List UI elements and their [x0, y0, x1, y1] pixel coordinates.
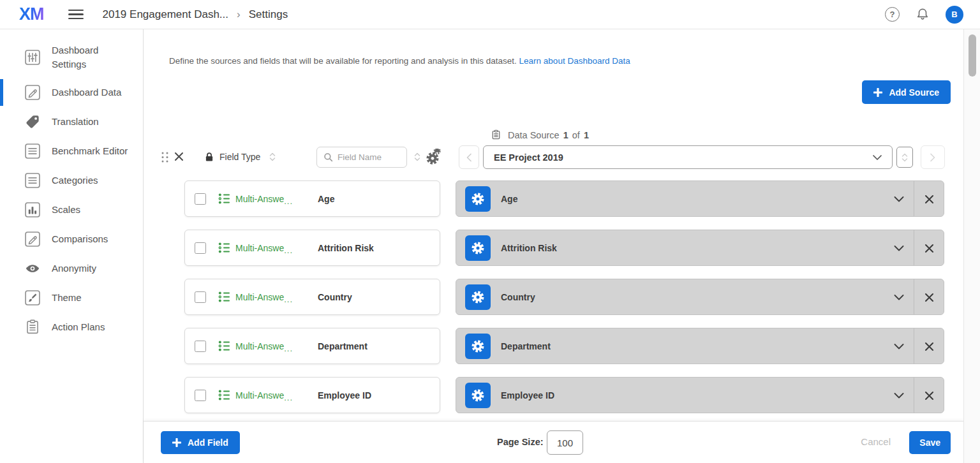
- page-size-input[interactable]: [547, 430, 583, 455]
- top-bar: XM 2019 Engagement Dash... › Settings ? …: [0, 0, 980, 29]
- sidebar-item-label: Theme: [52, 291, 135, 305]
- field-settings-button[interactable]: [465, 383, 491, 408]
- field-settings-button[interactable]: [465, 186, 491, 212]
- help-icon[interactable]: ?: [885, 7, 900, 22]
- field-checkbox[interactable]: [195, 341, 206, 352]
- chevron-down-icon[interactable]: [894, 393, 904, 399]
- sidebar-item-label: Comparisons: [52, 232, 135, 246]
- gear-icon: [470, 191, 486, 207]
- remove-field-icon[interactable]: [924, 391, 934, 401]
- field-name-sort-icon[interactable]: [414, 152, 420, 161]
- clear-selection-icon[interactable]: [174, 152, 184, 161]
- next-source-button[interactable]: [921, 145, 945, 169]
- data-source-counter: Data Source 1 of 1: [491, 129, 590, 140]
- sidebar-item-categories[interactable]: Categories: [0, 166, 143, 195]
- bell-icon[interactable]: [915, 7, 930, 22]
- multi-answer-icon: [218, 291, 231, 302]
- field-type-label: Multi-Answe: [235, 390, 284, 401]
- panel-description: Define the sources and fields that will …: [169, 56, 630, 66]
- avatar[interactable]: B: [946, 6, 963, 24]
- sidebar-item-action-plans[interactable]: Action Plans: [0, 312, 143, 342]
- document-lines-icon: [24, 172, 41, 189]
- field-settings-button[interactable]: [465, 284, 491, 310]
- field-settings-button[interactable]: [465, 334, 491, 359]
- field-name-search: [316, 147, 407, 168]
- field-checkbox[interactable]: [195, 390, 206, 401]
- remove-field-icon[interactable]: [924, 342, 934, 351]
- source-reorder-button[interactable]: [896, 147, 913, 168]
- cancel-button[interactable]: Cancel: [861, 436, 891, 447]
- add-field-button[interactable]: Add Field: [161, 431, 240, 454]
- scrollbar-track[interactable]: [963, 29, 980, 463]
- field-type-ellipsis: ...: [284, 246, 293, 255]
- sidebar-item-scales[interactable]: Scales: [0, 195, 143, 224]
- save-button[interactable]: Save: [909, 431, 951, 454]
- multi-answer-icon: [218, 341, 231, 351]
- field-type-ellipsis: ...: [284, 344, 293, 353]
- field-checkbox[interactable]: [195, 242, 206, 254]
- remove-field-icon[interactable]: [924, 195, 934, 204]
- remove-field-icon[interactable]: [924, 244, 934, 253]
- remove-field-icon[interactable]: [924, 293, 934, 302]
- sidebar-item-anonymity[interactable]: Anonymity: [0, 254, 143, 283]
- field-type-sort-icon[interactable]: [269, 152, 276, 161]
- source-row-country: Country: [456, 279, 944, 315]
- data-source-total: 1: [584, 130, 589, 140]
- tag-icon: [24, 114, 41, 130]
- page-size-label: Page Size:: [497, 437, 544, 447]
- field-name-label: Country: [318, 292, 352, 302]
- source-field-name: Department: [501, 341, 551, 351]
- scrollbar-thumb[interactable]: [969, 34, 976, 77]
- bar-chart-icon: [24, 202, 41, 218]
- chevron-right-icon: [930, 153, 936, 162]
- chevron-down-icon[interactable]: [894, 344, 904, 349]
- sliders-icon: [24, 49, 41, 66]
- source-field-name: Country: [501, 292, 535, 302]
- chevron-down-icon[interactable]: [894, 246, 904, 251]
- paintbrush-icon: [24, 290, 41, 306]
- sidebar-item-label: Scales: [52, 203, 135, 217]
- sidebar-item-translation[interactable]: Translation: [0, 107, 143, 136]
- add-source-button[interactable]: Add Source: [862, 80, 951, 104]
- field-checkbox[interactable]: [195, 193, 206, 205]
- divider: [914, 328, 914, 364]
- field-type-ellipsis: ...: [284, 393, 293, 402]
- pencil-box-icon: [24, 231, 41, 247]
- sidebar-item-label: Translation: [52, 115, 135, 129]
- field-settings-button[interactable]: [465, 235, 491, 261]
- chevron-down-icon[interactable]: [894, 295, 904, 300]
- breadcrumb-project[interactable]: 2019 Engagement Dash...: [103, 8, 229, 21]
- breadcrumb-settings[interactable]: Settings: [249, 8, 288, 21]
- chevron-down-icon: [873, 155, 882, 160]
- sidebar-item-label: Dashboard Data: [52, 85, 135, 99]
- sidebar-item-dashboard-data[interactable]: Dashboard Data: [0, 78, 143, 107]
- field-settings-gears-icon[interactable]: [424, 149, 442, 166]
- hamburger-menu-icon[interactable]: [68, 10, 84, 19]
- field-name-label: Attrition Risk: [318, 243, 374, 253]
- learn-about-dashboard-data-link[interactable]: Learn about Dashboard Data: [519, 56, 630, 66]
- sidebar-item-theme[interactable]: Theme: [0, 283, 143, 312]
- source-field-list: Age Attrition Risk: [456, 180, 944, 413]
- sidebar-item-comparisons[interactable]: Comparisons: [0, 224, 143, 254]
- field-card-age: Multi-Answe... Age: [184, 180, 440, 217]
- field-card-country: Multi-Answe... Country: [184, 279, 440, 315]
- lock-icon[interactable]: [204, 151, 214, 163]
- chevron-left-icon: [466, 153, 472, 162]
- sidebar-item-dashboard-settings[interactable]: Dashboard Settings: [0, 37, 143, 78]
- breadcrumb-separator-icon: ›: [237, 8, 241, 21]
- source-select-value: EE Project 2019: [494, 152, 873, 163]
- field-type-label: Multi-Answe: [235, 341, 284, 351]
- sidebar-item-benchmark-editor[interactable]: Benchmark Editor: [0, 136, 143, 166]
- field-type-label: Multi-Answe: [235, 292, 284, 302]
- dashboard-data-panel: Define the sources and fields that will …: [144, 29, 963, 463]
- previous-source-button[interactable]: [459, 145, 479, 169]
- drag-handle-icon[interactable]: [161, 151, 169, 163]
- gear-icon: [470, 290, 486, 305]
- field-name-search-input[interactable]: [338, 152, 398, 162]
- document-lines-icon: [24, 143, 41, 159]
- sidebar-item-label: Dashboard Settings: [52, 43, 135, 71]
- chevron-down-icon[interactable]: [894, 196, 904, 202]
- source-select[interactable]: EE Project 2019: [483, 145, 893, 169]
- field-checkbox[interactable]: [195, 291, 206, 303]
- data-source-current: 1: [563, 130, 568, 140]
